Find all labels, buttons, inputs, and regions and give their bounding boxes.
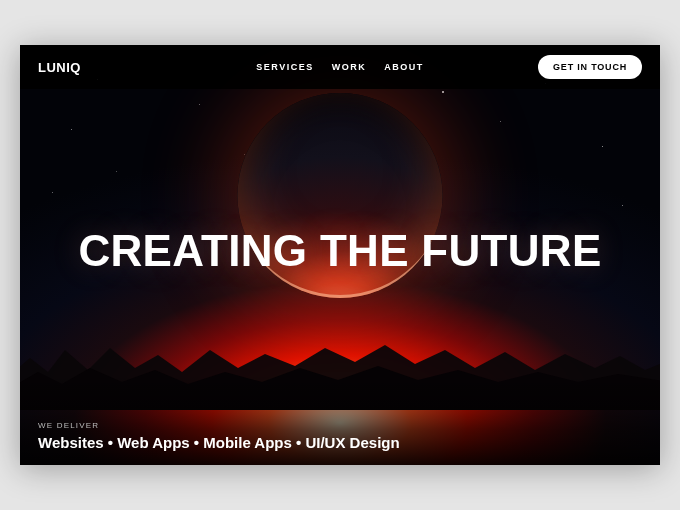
page-container: CREATING THE FUTURE WE DELIVER Websites …: [20, 45, 660, 465]
deliver-label: WE DELIVER: [38, 421, 400, 430]
hero-headline: CREATING THE FUTURE: [78, 226, 601, 276]
nav-link-work[interactable]: WORK: [332, 62, 367, 72]
nav-link-about[interactable]: ABOUT: [384, 62, 424, 72]
bottom-fade: [20, 375, 660, 465]
cta-button[interactable]: GET IN TOUCH: [538, 55, 642, 79]
nav-link-services[interactable]: SERVICES: [256, 62, 313, 72]
navbar: LUNIQ SERVICES WORK ABOUT GET IN TOUCH: [20, 45, 660, 89]
hero-section: CREATING THE FUTURE WE DELIVER Websites …: [20, 45, 660, 465]
logo[interactable]: LUNIQ: [38, 60, 81, 75]
nav-links: SERVICES WORK ABOUT: [256, 62, 423, 72]
deliver-section: WE DELIVER Websites • Web Apps • Mobile …: [38, 421, 400, 451]
deliver-text: Websites • Web Apps • Mobile Apps • UI/U…: [38, 434, 400, 451]
